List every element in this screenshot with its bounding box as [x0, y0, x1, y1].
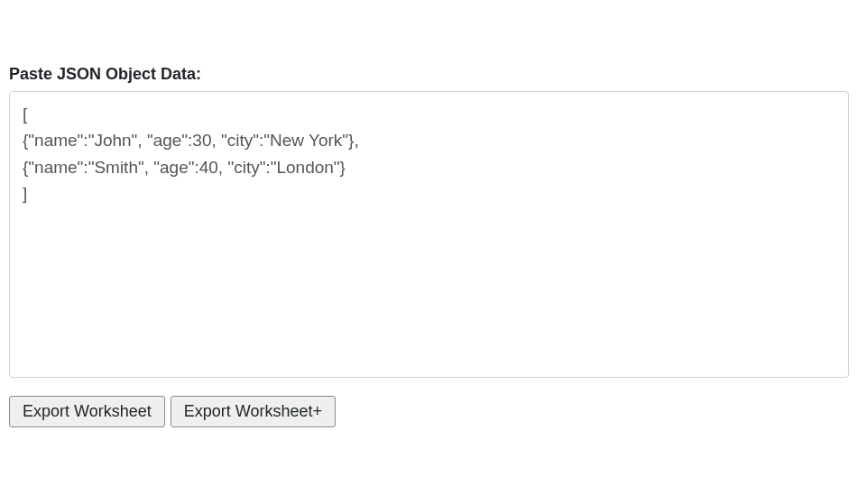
main-container: Paste JSON Object Data: Export Worksheet… [0, 0, 858, 436]
button-row: Export Worksheet Export Worksheet+ [9, 396, 849, 427]
json-input-textarea[interactable] [9, 91, 849, 378]
json-input-label: Paste JSON Object Data: [9, 65, 849, 84]
export-worksheet-plus-button[interactable]: Export Worksheet+ [171, 396, 336, 427]
export-worksheet-button[interactable]: Export Worksheet [9, 396, 165, 427]
